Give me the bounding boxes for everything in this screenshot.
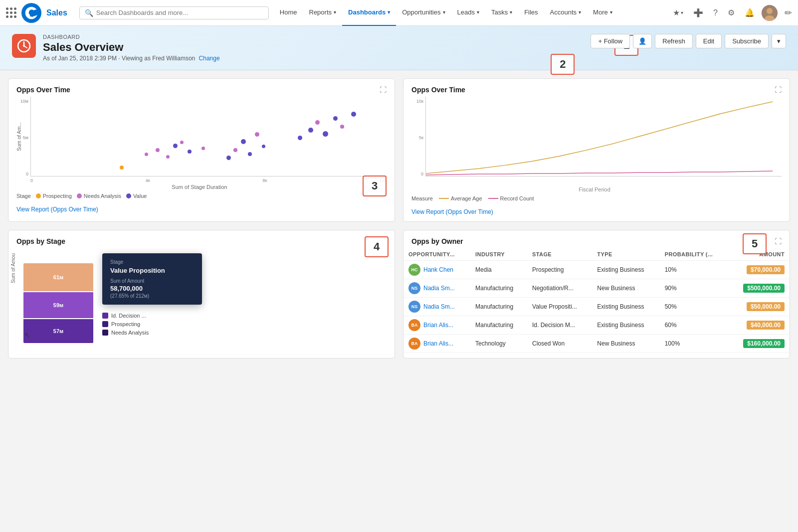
cell-stage: Value Propositi... bbox=[527, 298, 592, 316]
legend-item-prospecting: Prospecting bbox=[36, 193, 72, 199]
nav-home[interactable]: Home bbox=[274, 0, 303, 26]
subscribe-button[interactable]: Subscribe bbox=[725, 34, 769, 48]
y-tick: 10к bbox=[416, 99, 423, 104]
cell-stage: Prospecting bbox=[527, 261, 592, 279]
avatar: HC bbox=[408, 264, 420, 276]
nav-tasks[interactable]: Tasks▾ bbox=[485, 0, 518, 26]
name-link[interactable]: Hank Chen bbox=[423, 266, 453, 273]
app-grid-button[interactable] bbox=[6, 7, 16, 18]
cell-probability: 90% bbox=[660, 279, 729, 298]
cell-stage: Id. Decision M... bbox=[527, 316, 592, 335]
legend-label: Record Count bbox=[500, 195, 534, 201]
table-row: BA Brian Alis... Technology Closed Won N… bbox=[403, 335, 790, 353]
avatar-name: BA Brian Alis... bbox=[408, 338, 465, 350]
scatter-dot bbox=[226, 156, 231, 160]
legend-item: Id. Decision ... bbox=[102, 313, 391, 319]
annotation-3: 3 bbox=[363, 176, 387, 196]
legend-label: Id. Decision ... bbox=[111, 313, 146, 319]
col-probability: PROBABILITY (... bbox=[660, 248, 729, 261]
line-chart: 10к 5к 0 Average... Q3Q3Q4Q3Q4Q2Q bbox=[403, 97, 790, 192]
expand-icon[interactable]: ⛶ bbox=[775, 86, 782, 94]
user-avatar[interactable] bbox=[762, 5, 778, 21]
bar-label: 57м bbox=[53, 328, 63, 334]
help-button[interactable]: ? bbox=[710, 6, 721, 19]
settings-button[interactable]: ⚙ bbox=[725, 6, 738, 19]
cell-name: NS Nadia Sm... bbox=[403, 298, 470, 316]
x-tick: 8к bbox=[262, 178, 267, 183]
bar-label: 59м bbox=[53, 302, 63, 308]
legend-label: Needs Analysis bbox=[111, 330, 149, 336]
annotation-4: 4 bbox=[365, 236, 389, 257]
nav-more[interactable]: More▾ bbox=[587, 0, 618, 26]
widget-header: Opps by Stage bbox=[8, 230, 395, 248]
scatter-dot bbox=[323, 131, 328, 137]
view-report-scatter-link[interactable]: View Report (Opps Over Time) bbox=[8, 202, 106, 219]
name-link[interactable]: Nadia Sm... bbox=[423, 285, 455, 292]
table-row: BA Brian Alis... Manufacturing Id. Decis… bbox=[403, 316, 790, 335]
expand-icon[interactable]: ⛶ bbox=[380, 86, 387, 94]
add-button[interactable]: ➕ bbox=[690, 6, 706, 19]
chevron-down-icon: ▾ bbox=[579, 9, 581, 15]
dashboard-content: Opps Over Time ⛶ 3 10м 5м 0 bbox=[0, 70, 798, 366]
table-row: HC Hank Chen Media Prospecting Existing … bbox=[403, 261, 790, 279]
dropdown-button[interactable]: ▾ bbox=[772, 34, 786, 48]
nav-leads[interactable]: Leads▾ bbox=[451, 0, 485, 26]
stage-bar: 57м bbox=[23, 319, 93, 343]
scatter-dot bbox=[262, 145, 265, 148]
cell-name: NS Nadia Sm... bbox=[403, 279, 470, 298]
nav-files[interactable]: Files bbox=[518, 0, 544, 26]
nav-dashboards[interactable]: Dashboards▾ bbox=[342, 0, 396, 26]
name-link[interactable]: Nadia Sm... bbox=[423, 303, 455, 310]
scatter-dot bbox=[351, 112, 356, 117]
search-bar[interactable]: 🔍 bbox=[79, 6, 269, 19]
cell-type: New Business bbox=[592, 279, 659, 298]
follow-button[interactable]: + Follow bbox=[591, 34, 630, 48]
follow-icon-button[interactable]: 👤 bbox=[633, 34, 652, 48]
chevron-down-icon: ▾ bbox=[388, 9, 390, 15]
name-link[interactable]: Brian Alis... bbox=[423, 340, 453, 347]
legend-item: Prospecting bbox=[102, 321, 391, 327]
amount-badge: $500,000.00 bbox=[743, 284, 785, 293]
widget-title: Opps Over Time bbox=[411, 86, 465, 94]
avatar: BA bbox=[408, 338, 420, 350]
legend-item-value: Value bbox=[126, 193, 147, 199]
widget-header: Opps Over Time ⛶ bbox=[403, 79, 790, 97]
salesforce-logo[interactable] bbox=[21, 3, 41, 23]
tooltip-stage-label: Stage bbox=[110, 259, 194, 265]
expand-icon[interactable]: ⛶ bbox=[775, 237, 782, 245]
tooltip-pct: (27.65% of 212м) bbox=[110, 293, 194, 299]
search-icon: 🔍 bbox=[85, 9, 93, 17]
nav-reports[interactable]: Reports▾ bbox=[303, 0, 343, 26]
edit-button[interactable]: Edit bbox=[696, 34, 722, 48]
chevron-down-icon: ▾ bbox=[681, 10, 683, 15]
legend-line bbox=[488, 198, 498, 199]
opps-scatter-widget: Opps Over Time ⛶ 3 10м 5м 0 bbox=[8, 78, 395, 222]
name-link[interactable]: Brian Alis... bbox=[423, 322, 453, 329]
favorites-button[interactable]: ★ ▾ bbox=[670, 6, 686, 19]
legend-measure-label: Measure bbox=[411, 195, 433, 201]
dashboard-header: DASHBOARD Sales Overview As of Jan 25, 2… bbox=[0, 26, 798, 70]
notifications-button[interactable]: 🔔 bbox=[742, 6, 758, 19]
y-tick: 5м bbox=[23, 135, 28, 140]
table-row: NS Nadia Sm... Manufacturing Value Propo… bbox=[403, 298, 790, 316]
col-stage: STAGE bbox=[527, 248, 592, 261]
nav-accounts[interactable]: Accounts▾ bbox=[544, 0, 587, 26]
legend-label: Prospecting bbox=[43, 193, 72, 199]
cell-industry: Manufacturing bbox=[470, 316, 527, 335]
search-input[interactable] bbox=[96, 9, 263, 16]
view-report-line-link[interactable]: View Report (Opps Over Time) bbox=[403, 204, 501, 221]
cell-industry: Manufacturing bbox=[470, 298, 527, 316]
amount-badge: $70,000.00 bbox=[747, 265, 785, 274]
dashboard-subtitle: As of Jan 25, 2018 2:39 PM · Viewing as … bbox=[43, 55, 220, 62]
change-link[interactable]: Change bbox=[199, 55, 220, 62]
y-axis-label: Sum of Amou bbox=[10, 253, 16, 283]
stage-bar: 61м bbox=[23, 263, 93, 291]
cell-industry: Technology bbox=[470, 335, 527, 353]
refresh-button[interactable]: Refresh bbox=[655, 34, 693, 48]
dashboard-header-left: DASHBOARD Sales Overview As of Jan 25, 2… bbox=[12, 34, 220, 62]
nav-opportunities[interactable]: Opportunities▾ bbox=[396, 0, 451, 26]
tooltip-amount-value: 58,700,000 bbox=[110, 285, 194, 292]
table-header-row: OPPORTUNITY... INDUSTRY STAGE TYPE PROBA… bbox=[403, 248, 790, 261]
edit-icon[interactable]: ✏ bbox=[785, 7, 792, 18]
cursor-indicator: ↖ bbox=[24, 331, 30, 339]
